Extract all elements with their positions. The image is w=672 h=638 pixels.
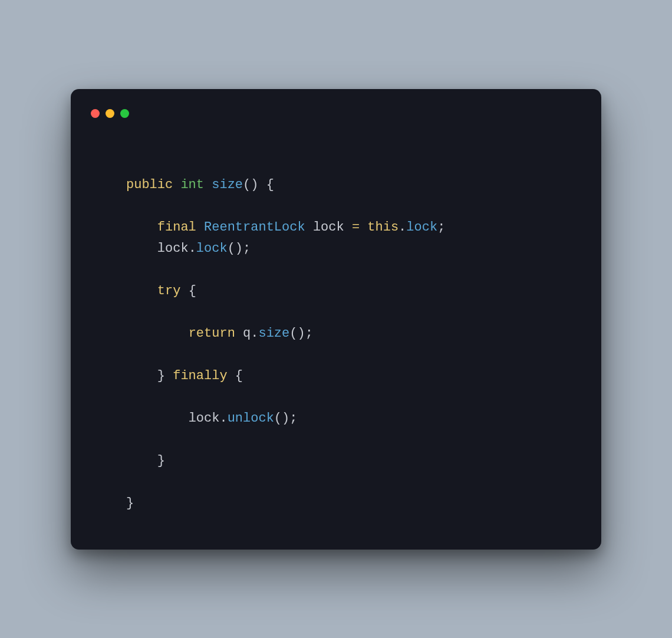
token-op: = (352, 220, 360, 235)
token-punct: } (126, 496, 134, 511)
token-func: size (212, 177, 243, 192)
token-punct: } (157, 369, 165, 383)
token-punct: . (219, 411, 227, 426)
token-punct: () (243, 177, 258, 192)
token-ident: lock (157, 241, 189, 256)
token-keyword: public (126, 177, 173, 192)
token-keyword: try (157, 284, 181, 298)
token-punct: { (235, 369, 243, 383)
zoom-icon[interactable] (120, 109, 129, 118)
token-func: lock (196, 241, 228, 256)
token-type: int (180, 177, 204, 192)
minimize-icon[interactable] (106, 109, 114, 118)
token-punct: { (189, 284, 196, 298)
token-punct: } (157, 453, 165, 468)
token-punct: { (266, 177, 274, 192)
token-punct: ; (437, 220, 445, 235)
token-punct: . (251, 326, 258, 341)
token-func: unlock (228, 411, 274, 426)
token-keyword: this (367, 220, 398, 235)
token-punct: (); (228, 241, 251, 256)
token-keyword: return (189, 326, 235, 341)
token-ident: lock (313, 220, 344, 235)
token-punct: (); (289, 326, 313, 341)
close-icon[interactable] (91, 109, 100, 118)
token-punct: . (398, 220, 406, 235)
token-func: lock (406, 220, 437, 235)
token-keyword: finally (173, 369, 227, 383)
token-func: size (258, 326, 289, 341)
token-punct: (); (274, 411, 298, 426)
code-window: public int size() { final ReentrantLock … (71, 89, 601, 550)
token-ident: q (243, 326, 251, 341)
window-traffic-lights (91, 109, 584, 118)
token-ident: lock (189, 411, 220, 426)
token-keyword: final (157, 220, 196, 235)
token-punct: . (189, 241, 196, 256)
code-block: public int size() { final ReentrantLock … (126, 175, 584, 514)
stage: public int size() { final ReentrantLock … (0, 0, 672, 638)
token-func: ReentrantLock (204, 220, 305, 235)
